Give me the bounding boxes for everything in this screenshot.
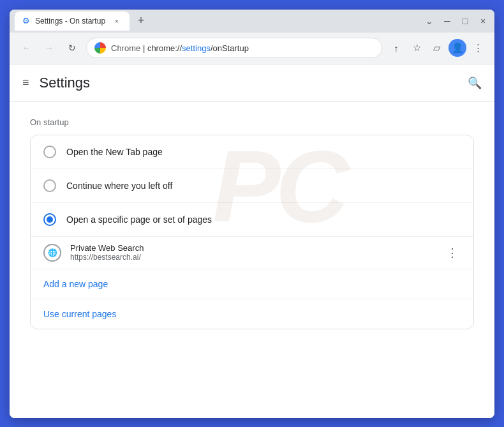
- page-more-button[interactable]: ⋮: [444, 243, 461, 262]
- startup-options-card: Open the New Tab page Continue where you…: [30, 135, 474, 329]
- page-header: ≡ Settings 🔍: [10, 64, 494, 102]
- page-content: ≡ Settings 🔍 PC On startup Open the New …: [10, 64, 494, 418]
- option-new-tab-label: Open the New Tab page: [66, 147, 163, 157]
- active-tab[interactable]: ⚙ Settings - On startup ×: [15, 11, 130, 31]
- settings-body: PC On startup Open the New Tab page Cont…: [10, 102, 494, 345]
- address-url-path: /onStartup: [211, 43, 249, 53]
- chevron-down-icon[interactable]: ⌄: [423, 15, 436, 27]
- window-controls: ⌄ ─ □ ×: [423, 15, 489, 27]
- addressbar: ← → ↻ Chrome | chrome://settings/onStart…: [10, 33, 494, 64]
- menu-icon[interactable]: ⋮: [469, 39, 487, 57]
- minimize-button[interactable]: ─: [441, 15, 454, 27]
- tab-favicon-icon: ⚙: [22, 16, 30, 26]
- tab-title: Settings - On startup: [35, 17, 105, 26]
- use-current-pages-option[interactable]: Use current pages: [31, 299, 473, 329]
- toolbar-icons: ↑ ☆ ▱ 👤 ⋮: [387, 39, 487, 57]
- address-text: Chrome | chrome://settings/onStartup: [111, 43, 249, 53]
- browser-window: ⚙ Settings - On startup × + ⌄ ─ □ × ← → …: [10, 10, 494, 418]
- address-url-prefix: chrome://: [147, 43, 182, 53]
- new-tab-button[interactable]: +: [132, 12, 150, 30]
- split-view-icon[interactable]: ▱: [428, 39, 446, 57]
- forward-button[interactable]: →: [40, 39, 58, 57]
- sidebar-toggle-icon[interactable]: ≡: [22, 76, 29, 89]
- address-brand: Chrome: [111, 43, 140, 53]
- option-continue[interactable]: Continue where you left off: [31, 169, 473, 203]
- address-url-settings: settings: [182, 43, 211, 53]
- maximize-button[interactable]: □: [459, 15, 471, 27]
- page-name: Private Web Search: [70, 243, 435, 253]
- close-button[interactable]: ×: [477, 15, 489, 27]
- tab-close-button[interactable]: ×: [112, 16, 122, 26]
- profile-button[interactable]: 👤: [448, 39, 466, 57]
- option-specific-label: Open a specific page or set of pages: [66, 214, 212, 225]
- radio-new-tab[interactable]: [43, 146, 56, 158]
- option-new-tab[interactable]: Open the New Tab page: [31, 135, 473, 169]
- add-new-page-label: Add a new page: [43, 279, 108, 289]
- add-new-page-option[interactable]: Add a new page: [31, 269, 473, 299]
- radio-specific[interactable]: [43, 213, 56, 226]
- section-label: On startup: [30, 117, 474, 127]
- page-info: Private Web Search https://bestsearch.ai…: [70, 243, 435, 262]
- chrome-icon: [94, 42, 106, 54]
- use-current-pages-label: Use current pages: [43, 309, 116, 319]
- page-list-item: 🌐 Private Web Search https://bestsearch.…: [31, 237, 473, 269]
- refresh-button[interactable]: ↻: [63, 39, 81, 57]
- settings-search-icon[interactable]: 🔍: [468, 76, 482, 90]
- bookmark-icon[interactable]: ☆: [408, 39, 426, 57]
- address-bar-input[interactable]: Chrome | chrome://settings/onStartup: [86, 38, 382, 58]
- radio-continue[interactable]: [43, 179, 56, 192]
- page-title: Settings: [40, 75, 91, 91]
- option-continue-label: Continue where you left off: [66, 181, 172, 191]
- share-icon[interactable]: ↑: [387, 39, 405, 57]
- option-specific[interactable]: Open a specific page or set of pages: [31, 203, 473, 237]
- page-url: https://bestsearch.ai/: [70, 253, 435, 262]
- page-site-icon: 🌐: [43, 244, 61, 262]
- back-button[interactable]: ←: [17, 39, 35, 57]
- titlebar: ⚙ Settings - On startup × + ⌄ ─ □ ×: [10, 10, 494, 33]
